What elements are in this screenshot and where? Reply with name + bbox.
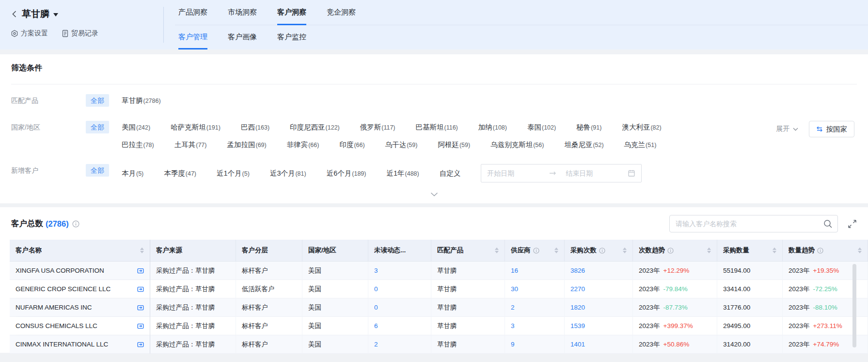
- crm-transfer-icon[interactable]: [133, 341, 144, 348]
- sort-icon[interactable]: [858, 247, 862, 253]
- country-option[interactable]: 坦桑尼亚(52): [564, 138, 603, 151]
- country-option[interactable]: 俄罗斯(117): [360, 121, 395, 134]
- customer-search-input[interactable]: [676, 220, 819, 228]
- main-tab[interactable]: 客户洞察: [277, 0, 306, 25]
- country-option[interactable]: 澳大利亚(82): [622, 121, 661, 134]
- country-option[interactable]: 印度尼西亚(122): [290, 121, 340, 134]
- country-all-chip[interactable]: 全部: [86, 121, 109, 133]
- match-all-chip[interactable]: 全部: [86, 94, 109, 107]
- sort-icon[interactable]: [773, 247, 776, 253]
- sort-icon[interactable]: [707, 247, 711, 253]
- scrollbar-thumb[interactable]: [852, 264, 856, 347]
- country-option[interactable]: 巴基斯坦(116): [416, 121, 458, 134]
- supplier-count-link[interactable]: 9: [511, 341, 515, 348]
- info-icon[interactable]: [817, 247, 823, 254]
- fullscreen-icon[interactable]: [848, 219, 857, 229]
- supplier-count-link[interactable]: 3: [511, 322, 515, 329]
- new-customer-option[interactable]: 近1个月(5): [217, 167, 250, 180]
- product-title[interactable]: 草甘膦: [22, 8, 49, 20]
- unread-link[interactable]: 0: [374, 304, 378, 311]
- table-row[interactable]: CONSUS CHEMICALS LLC 采购过产品：草甘膦 标杆客户 美国 6…: [10, 317, 868, 335]
- search-icon[interactable]: [823, 219, 833, 229]
- purchase-times-link[interactable]: 1820: [570, 304, 585, 311]
- crm-transfer-icon[interactable]: [133, 304, 144, 311]
- new-customer-option[interactable]: 近6个月(189): [327, 167, 366, 180]
- match-product-option[interactable]: 草甘膦(2786): [122, 94, 161, 107]
- country-option[interactable]: 印度(66): [339, 138, 364, 151]
- unread-link[interactable]: 3: [374, 267, 378, 274]
- country-options-line1: 美国(242) 哈萨克斯坦(191) 巴西(163) 印度尼西亚(122) 俄罗…: [122, 121, 768, 134]
- times-trend-cell: 2023年+50.86%: [633, 335, 717, 354]
- scheme-settings-button[interactable]: 方案设置: [11, 29, 48, 38]
- column-header-suppliers: 供应商: [505, 240, 565, 262]
- times-trend-cell: 2023年-79.84%: [633, 280, 717, 298]
- total-label: 客户总数: [11, 218, 43, 229]
- crm-transfer-icon[interactable]: [133, 323, 144, 329]
- country-option[interactable]: 乌干达(59): [385, 138, 418, 151]
- sub-tab[interactable]: 客户管理: [178, 25, 207, 49]
- country-option[interactable]: 土耳其(77): [174, 138, 207, 151]
- new-customer-option[interactable]: 本月(5): [122, 167, 143, 180]
- info-icon[interactable]: [599, 247, 605, 254]
- back-icon[interactable]: [11, 10, 18, 18]
- sort-icon[interactable]: [140, 247, 144, 253]
- country-option[interactable]: 乌克兰(51): [624, 138, 657, 151]
- purchase-times-link[interactable]: 1539: [570, 322, 585, 329]
- country-option[interactable]: 阿根廷(59): [438, 138, 470, 151]
- new-customer-all-chip[interactable]: 全部: [86, 164, 109, 177]
- end-date-input[interactable]: 结束日期: [557, 167, 628, 180]
- main-tab[interactable]: 市场洞察: [228, 0, 257, 25]
- expand-toggle[interactable]: 展开: [776, 125, 798, 133]
- sub-tab[interactable]: 客户监控: [277, 25, 306, 49]
- table-row[interactable]: GENERIC CROP SCIENCE LLC 采购过产品：草甘膦 低活跃客户…: [10, 280, 868, 298]
- date-range-input[interactable]: 开始日期 结束日期: [481, 164, 642, 182]
- product-dropdown-caret[interactable]: [53, 13, 58, 16]
- sort-icon[interactable]: [495, 247, 499, 253]
- table-row[interactable]: NUFARM AMERICAS INC 采购过产品：草甘膦 标杆客户 美国 0 …: [10, 298, 868, 317]
- sub-tab[interactable]: 客户画像: [228, 25, 257, 49]
- country-option[interactable]: 美国(242): [122, 121, 150, 134]
- country-option[interactable]: 巴西(163): [241, 121, 269, 134]
- main-tab[interactable]: 竞企洞察: [327, 0, 356, 25]
- country-option[interactable]: 加纳(108): [478, 121, 507, 134]
- table-row[interactable]: CINMAX INTERNATIONAL LLC 采购过产品：草甘膦 标杆客户 …: [10, 335, 868, 354]
- supplier-count-link[interactable]: 16: [511, 267, 518, 274]
- country-option[interactable]: 泰国(102): [527, 121, 556, 134]
- by-country-button[interactable]: 按国家: [809, 121, 855, 137]
- new-customer-option[interactable]: 近3个月(81): [270, 167, 306, 180]
- country-option[interactable]: 乌兹别克斯坦(56): [490, 138, 544, 151]
- column-header-customer-source: 客户来源: [150, 240, 236, 262]
- country-option[interactable]: 孟加拉国(69): [227, 138, 266, 151]
- company-name: CINMAX INTERNATIONAL LLC: [16, 341, 108, 348]
- main-tab[interactable]: 产品洞察: [178, 0, 207, 25]
- purchase-times-link[interactable]: 3826: [570, 267, 585, 274]
- info-icon[interactable]: [72, 220, 79, 228]
- crm-transfer-icon[interactable]: [133, 267, 144, 274]
- trade-records-button[interactable]: 贸易记录: [62, 29, 98, 38]
- supplier-count-link[interactable]: 30: [511, 285, 518, 293]
- sort-icon[interactable]: [623, 247, 627, 253]
- country-option[interactable]: 巴拉圭(78): [122, 138, 154, 151]
- trend-value: +399.37%: [663, 322, 693, 329]
- collapse-chevron-icon[interactable]: [430, 192, 438, 197]
- country-cell: 美国: [302, 335, 368, 354]
- purchase-times-link[interactable]: 1401: [570, 341, 585, 348]
- sort-icon[interactable]: [554, 247, 558, 253]
- unread-link[interactable]: 2: [374, 341, 378, 348]
- new-customer-option[interactable]: 本季度(47): [164, 167, 196, 180]
- start-date-input[interactable]: 开始日期: [487, 167, 549, 180]
- info-icon[interactable]: [533, 247, 539, 254]
- info-icon[interactable]: [667, 247, 674, 254]
- custom-date-option[interactable]: 自定义: [440, 167, 461, 180]
- unread-link[interactable]: 6: [374, 322, 378, 329]
- unread-link[interactable]: 0: [374, 285, 378, 293]
- supplier-count-link[interactable]: 2: [511, 304, 515, 311]
- new-customer-option[interactable]: 近1年(488): [386, 167, 419, 180]
- crm-transfer-icon[interactable]: [133, 286, 144, 293]
- customer-search-box: [669, 215, 838, 232]
- country-option[interactable]: 哈萨克斯坦(191): [171, 121, 221, 134]
- country-option[interactable]: 秘鲁(91): [576, 121, 601, 134]
- purchase-times-link[interactable]: 2270: [570, 285, 585, 293]
- country-option[interactable]: 菲律宾(66): [287, 138, 319, 151]
- table-row[interactable]: XINGFA USA CORPORATION 采购过产品：草甘膦 标杆客户 美国…: [10, 262, 868, 280]
